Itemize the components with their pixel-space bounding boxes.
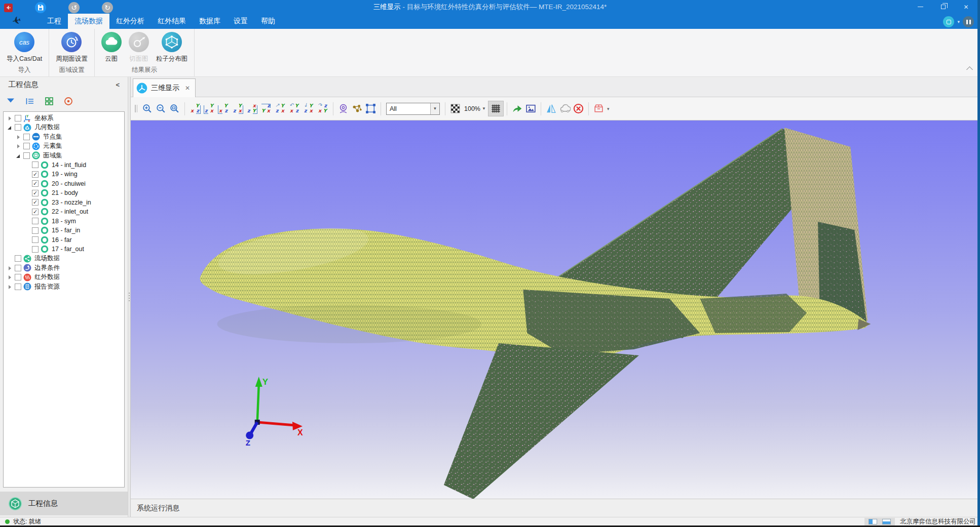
tree-checkbox[interactable] <box>32 246 39 253</box>
style-button[interactable] <box>943 16 954 27</box>
tree-item[interactable]: ✓20 - chuiwei <box>4 179 124 189</box>
tree-item[interactable]: 边界条件 <box>4 263 124 273</box>
expander-icon[interactable] <box>15 143 22 149</box>
zoom-in-icon[interactable] <box>140 102 154 115</box>
tab-3d-view[interactable]: 三维显示 ✕ <box>133 78 196 97</box>
tree-list-icon[interactable] <box>24 96 35 107</box>
tree-item[interactable]: 16 - far <box>4 235 124 245</box>
grid-view-icon[interactable] <box>44 96 55 107</box>
tree-checkbox[interactable] <box>15 283 21 290</box>
view-bottom-icon[interactable]: zYx <box>260 103 272 115</box>
tree-item[interactable]: Yzx坐标系 <box>4 113 124 123</box>
transparency-checker-icon[interactable] <box>448 102 462 115</box>
expander-icon[interactable] <box>7 115 13 121</box>
menu-item-5[interactable]: 数据库 <box>193 14 227 29</box>
ribbon-button-导入Cas/Dat[interactable]: cas导入Cas/Dat <box>3 31 46 64</box>
tree-item[interactable]: 15 - far_in <box>4 226 124 235</box>
grid-toggle-icon[interactable] <box>488 101 504 116</box>
view-top-icon[interactable]: xzY <box>246 103 258 115</box>
menu-item-4[interactable]: 红外结果 <box>151 14 193 29</box>
selection-filter-dropdown[interactable]: All ▼ <box>386 103 440 115</box>
redo-button[interactable]: ↻ <box>102 2 113 13</box>
tree-item[interactable]: ✓23 - nozzle_in <box>4 198 124 208</box>
tree-item[interactable]: 报告资源 <box>4 282 124 292</box>
tree-checkbox[interactable] <box>23 143 30 149</box>
tree-checkbox[interactable] <box>32 218 39 224</box>
tree-item[interactable]: 红外数据 <box>4 273 124 282</box>
view-rotate-right-icon[interactable]: zxY↷ <box>317 103 329 115</box>
package-box-icon[interactable] <box>592 102 606 115</box>
molecule-icon[interactable] <box>350 102 364 115</box>
select-box-icon[interactable] <box>364 102 378 115</box>
tree-checkbox[interactable] <box>23 152 30 159</box>
expander-icon[interactable] <box>7 283 13 290</box>
maximize-button[interactable] <box>932 0 955 14</box>
tree-item[interactable]: 节点集 <box>4 132 124 142</box>
view-iso-2-icon[interactable]: Yxz↶ <box>288 103 300 115</box>
tree-checkbox[interactable]: ✓ <box>32 171 39 178</box>
save-button[interactable] <box>35 2 46 13</box>
layout-bottom-icon[interactable] <box>882 519 891 524</box>
expander-icon[interactable] <box>15 134 22 140</box>
snapshot-icon[interactable] <box>524 102 538 115</box>
menu-item-3[interactable]: 红外分析 <box>109 14 151 29</box>
tree-item[interactable]: ✓19 - wing <box>4 170 124 179</box>
tree-item[interactable]: 面域集 <box>4 151 124 160</box>
tree-item[interactable]: 14 - int_fluid <box>4 160 124 170</box>
menu-item-6[interactable]: 设置 <box>227 14 254 29</box>
tree-checkbox[interactable]: ✓ <box>32 190 39 196</box>
layout-left-icon[interactable] <box>869 519 877 524</box>
minimize-button[interactable] <box>909 0 932 14</box>
project-tree[interactable]: Yzx坐标系几何数据节点集元素集面域集14 - int_fluid✓19 - w… <box>3 111 125 488</box>
undo-button[interactable]: ↺ <box>68 2 80 13</box>
zoom-level-dropdown[interactable]: 100% ▼ <box>464 105 486 112</box>
tree-checkbox[interactable] <box>15 265 21 271</box>
notes-button[interactable] <box>963 16 974 27</box>
dropdown-arrow-icon[interactable]: ▼ <box>430 103 439 114</box>
tree-checkbox[interactable]: ✓ <box>32 180 39 187</box>
share-arrow-icon[interactable] <box>510 102 524 115</box>
tree-checkbox[interactable] <box>32 161 39 168</box>
view-back-icon[interactable]: Yzx <box>203 103 215 115</box>
mirror-icon[interactable] <box>544 102 558 115</box>
expander-icon[interactable] <box>15 152 22 159</box>
close-button[interactable]: ✕ <box>955 0 977 14</box>
tab-close-icon[interactable]: ✕ <box>185 85 190 92</box>
view-rotate-down-icon[interactable]: Yzx↓ <box>303 103 315 115</box>
panel-collapse-button[interactable]: < <box>112 81 123 89</box>
tree-checkbox[interactable] <box>32 236 39 243</box>
expander-icon[interactable] <box>7 265 13 271</box>
ribbon-button-周期面设置[interactable]: 周期面设置 <box>52 31 91 64</box>
cloud-outline-icon[interactable] <box>558 102 572 115</box>
zoom-fit-icon[interactable] <box>168 102 181 115</box>
ribbon-button-云图[interactable]: 云图 <box>98 31 125 64</box>
tree-checkbox[interactable] <box>15 115 21 121</box>
tree-checkbox[interactable] <box>23 134 30 140</box>
view-front-icon[interactable]: Yxz <box>189 103 201 115</box>
filter-triangle-icon[interactable] <box>5 96 16 107</box>
menu-item-7[interactable]: 帮助 <box>254 14 282 29</box>
tree-item[interactable]: 17 - far_out <box>4 245 124 254</box>
toolbar-drag-handle[interactable] <box>135 105 137 112</box>
locate-target-icon[interactable] <box>63 96 74 107</box>
view-left-icon[interactable]: Yxz <box>217 103 230 115</box>
menu-item-2[interactable]: 流场数据 <box>68 14 109 29</box>
delete-cancel-icon[interactable] <box>572 102 585 115</box>
project-info-footer-button[interactable]: 工程信息 <box>0 492 128 515</box>
zoom-out-icon[interactable] <box>154 102 168 115</box>
tree-item[interactable]: 几何数据 <box>4 123 124 133</box>
tree-item[interactable]: 元素集 <box>4 142 124 151</box>
tree-checkbox[interactable] <box>15 124 21 131</box>
tree-item[interactable]: ✓21 - body <box>4 188 124 198</box>
box-dropdown-caret-icon[interactable]: ▾ <box>607 106 610 111</box>
style-dropdown-caret-icon[interactable]: ▾ <box>957 19 960 24</box>
expander-icon[interactable] <box>7 124 13 131</box>
tree-checkbox[interactable]: ✓ <box>32 199 39 206</box>
ribbon-collapse-icon[interactable] <box>966 66 973 73</box>
tree-item[interactable]: ✓22 - inlet_out <box>4 207 124 217</box>
expander-icon[interactable] <box>7 274 13 280</box>
tree-checkbox[interactable] <box>15 274 21 280</box>
tree-checkbox[interactable] <box>15 255 21 262</box>
tree-checkbox[interactable] <box>32 227 39 234</box>
ribbon-button-粒子分布图[interactable]: 粒子分布图 <box>153 31 192 64</box>
